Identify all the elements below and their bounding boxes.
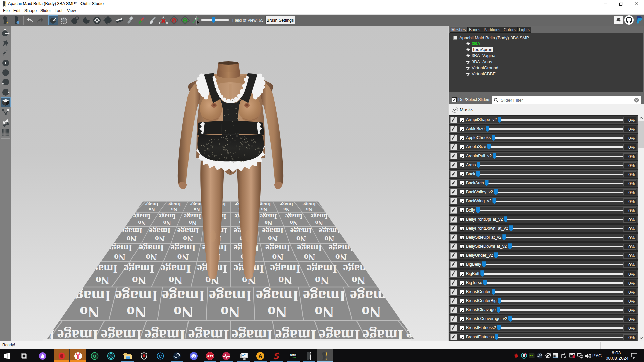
- svg-text:A: A: [258, 353, 262, 359]
- svg-text:GT3: GT3: [207, 354, 213, 358]
- svg-text:C: C: [159, 354, 162, 359]
- svg-text:U: U: [93, 354, 96, 359]
- svg-text:!: !: [573, 355, 574, 358]
- svg-text:NMM: NMM: [290, 354, 296, 356]
